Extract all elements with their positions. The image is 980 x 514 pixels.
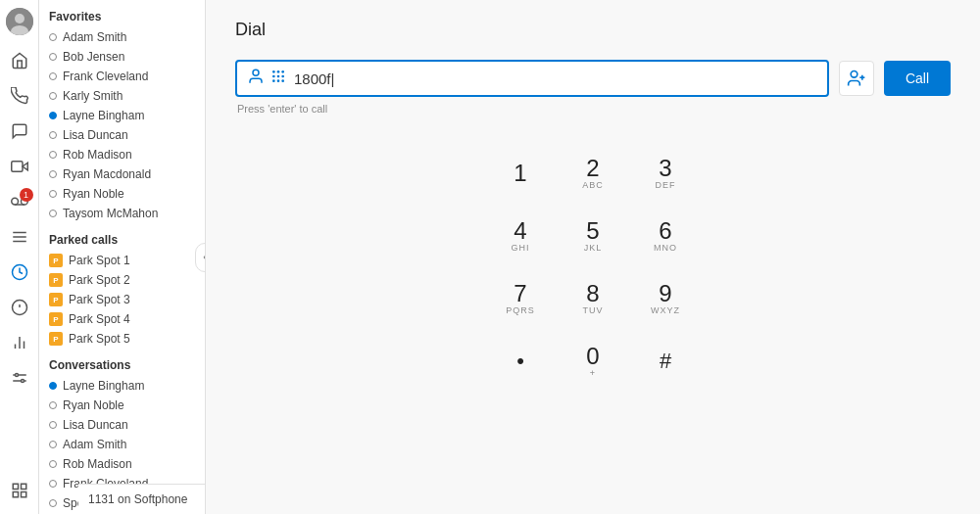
svg-point-21: [21, 380, 24, 383]
grid-icon[interactable]: [4, 475, 35, 506]
list-item[interactable]: Layne Bingham: [39, 376, 205, 396]
svg-rect-4: [11, 162, 22, 172]
svg-point-36: [851, 71, 858, 78]
svg-point-5: [11, 198, 18, 205]
svg-rect-25: [13, 492, 18, 497]
main-content: Dial: [206, 0, 980, 514]
park-icon: P: [49, 332, 63, 346]
svg-point-28: [277, 70, 280, 73]
list-item[interactable]: Adam Smith: [39, 435, 205, 454]
video-icon[interactable]: [4, 151, 35, 182]
list-item[interactable]: Rob Madison: [39, 454, 205, 474]
status-dot: [49, 441, 57, 448]
voicemail-icon[interactable]: 1: [4, 186, 35, 217]
list-item[interactable]: PPark Spot 5: [39, 329, 205, 349]
status-bar: 1131 on Softphone: [78, 484, 206, 514]
dial-input[interactable]: [294, 70, 817, 87]
key-0[interactable]: 0+: [559, 332, 627, 391]
collapse-panel-button[interactable]: ‹: [195, 243, 206, 272]
status-dot: [49, 92, 57, 100]
list-item[interactable]: PPark Spot 1: [39, 251, 205, 270]
status-dot: [49, 401, 57, 409]
keypad-icon: [270, 69, 286, 88]
analytics-icon[interactable]: [4, 327, 35, 358]
call-button[interactable]: Call: [884, 61, 951, 96]
list-item[interactable]: Bob Jensen: [39, 47, 205, 67]
conversations-header: Conversations: [39, 349, 205, 376]
parked-calls-list: PPark Spot 1 PPark Spot 2 PPark Spot 3 P…: [39, 251, 205, 349]
key-dot[interactable]: •: [486, 332, 555, 391]
status-dot: [49, 170, 57, 178]
svg-rect-23: [21, 484, 25, 489]
svg-point-1: [15, 14, 24, 23]
svg-point-30: [272, 75, 275, 78]
status-dot: [49, 460, 57, 468]
home-icon[interactable]: [4, 45, 35, 76]
favorites-header: Favorites: [39, 0, 205, 27]
parked-calls-header: Parked calls: [39, 223, 205, 251]
status-dot: [49, 72, 57, 80]
svg-point-32: [281, 75, 284, 78]
key-1[interactable]: 1: [486, 144, 555, 203]
list-item[interactable]: Ryan Macdonald: [39, 164, 205, 184]
status-dot-active: [49, 382, 57, 390]
list-item[interactable]: Frank Cleveland: [39, 67, 205, 86]
park-icon: P: [49, 273, 63, 287]
svg-point-31: [277, 75, 280, 78]
list-item[interactable]: Karly Smith: [39, 86, 205, 106]
list-item[interactable]: Ryan Noble: [39, 396, 205, 415]
phone-icon[interactable]: [4, 80, 35, 112]
status-dot: [49, 190, 57, 198]
recent-icon[interactable]: [4, 257, 35, 288]
settings-icon[interactable]: [4, 362, 35, 394]
list-item[interactable]: PPark Spot 3: [39, 290, 205, 309]
status-dot-active: [49, 112, 57, 119]
key-3[interactable]: 3DEF: [631, 144, 700, 203]
key-4[interactable]: 4GHI: [486, 207, 555, 265]
key-7[interactable]: 7PQRS: [486, 269, 555, 328]
svg-rect-24: [21, 492, 25, 497]
contacts-icon[interactable]: [4, 221, 35, 253]
page-title: Dial: [235, 20, 951, 40]
svg-rect-22: [13, 484, 18, 489]
svg-point-26: [253, 70, 259, 75]
list-item[interactable]: Taysom McMahon: [39, 204, 205, 223]
list-item[interactable]: Rob Madison: [39, 145, 205, 164]
voicemail-badge: 1: [20, 188, 33, 202]
user-avatar[interactable]: [6, 8, 33, 35]
list-item[interactable]: PPark Spot 2: [39, 270, 205, 290]
svg-marker-3: [23, 163, 27, 170]
status-dot: [49, 53, 57, 61]
list-item[interactable]: Lisa Duncan: [39, 415, 205, 435]
key-5[interactable]: 5JKL: [559, 207, 627, 265]
key-2[interactable]: 2ABC: [559, 144, 627, 203]
park-icon: P: [49, 254, 63, 267]
contact-icon: [247, 68, 265, 89]
favorites-list: Adam Smith Bob Jensen Frank Cleveland Ka…: [39, 27, 205, 223]
icon-sidebar: 1: [0, 0, 39, 514]
status-dot: [49, 131, 57, 139]
list-item[interactable]: PPark Spot 4: [39, 309, 205, 329]
svg-point-34: [277, 79, 280, 82]
status-dot: [49, 151, 57, 159]
left-panel: Favorites Adam Smith Bob Jensen Frank Cl…: [39, 0, 206, 514]
key-9[interactable]: 9WXYZ: [631, 269, 700, 328]
list-item[interactable]: Adam Smith: [39, 27, 205, 47]
keypad: 1 2ABC 3DEF 4GHI 5JKL 6MNO 7PQRS 8TUV 9W…: [235, 144, 951, 391]
svg-point-20: [15, 374, 18, 377]
svg-point-29: [281, 70, 284, 73]
list-item[interactable]: Layne Bingham: [39, 106, 205, 125]
list-item[interactable]: Lisa Duncan: [39, 125, 205, 145]
dial-icons: [247, 68, 286, 89]
svg-point-35: [281, 79, 284, 82]
key-hash[interactable]: #: [631, 332, 700, 391]
dial-icon[interactable]: [4, 292, 35, 323]
status-dot: [49, 499, 57, 507]
dial-input-row: Call: [235, 60, 951, 97]
add-contact-button[interactable]: [839, 61, 874, 96]
key-6[interactable]: 6MNO: [631, 207, 700, 265]
status-dot: [49, 480, 57, 488]
key-8[interactable]: 8TUV: [559, 269, 627, 328]
chat-icon[interactable]: [4, 116, 35, 147]
list-item[interactable]: Ryan Noble: [39, 184, 205, 204]
